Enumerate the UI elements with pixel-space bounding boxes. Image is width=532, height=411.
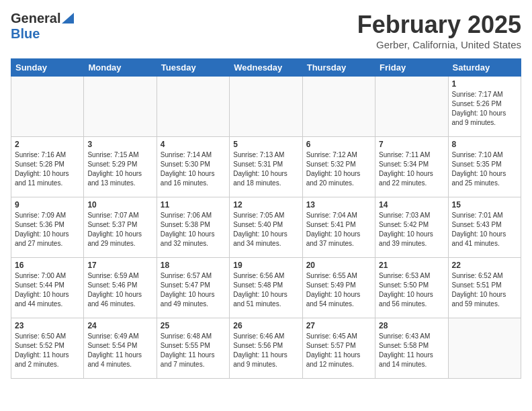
month-title: February 2025 bbox=[357, 11, 521, 39]
day-number: 27 bbox=[306, 321, 371, 330]
calendar-cell: 21Sunrise: 6:53 AM Sunset: 5:50 PM Dayli… bbox=[375, 258, 448, 318]
calendar-cell: 22Sunrise: 6:52 AM Sunset: 5:51 PM Dayli… bbox=[448, 258, 521, 318]
day-number: 12 bbox=[233, 200, 298, 210]
calendar-cell: 1Sunrise: 7:17 AM Sunset: 5:26 PM Daylig… bbox=[448, 77, 521, 137]
calendar-cell: 11Sunrise: 7:06 AM Sunset: 5:38 PM Dayli… bbox=[157, 197, 229, 258]
day-number: 21 bbox=[379, 261, 444, 270]
week-row-2: 2Sunrise: 7:16 AM Sunset: 5:28 PM Daylig… bbox=[11, 137, 521, 197]
calendar-cell: 27Sunrise: 6:45 AM Sunset: 5:57 PM Dayli… bbox=[302, 318, 375, 379]
day-number: 22 bbox=[452, 261, 517, 270]
calendar-header-row: SundayMondayTuesdayWednesdayThursdayFrid… bbox=[11, 59, 521, 77]
day-info: Sunrise: 6:53 AM Sunset: 5:50 PM Dayligh… bbox=[379, 271, 444, 309]
day-number: 6 bbox=[306, 140, 371, 149]
week-row-3: 9Sunrise: 7:09 AM Sunset: 5:36 PM Daylig… bbox=[11, 197, 521, 258]
logo-blue: Blue bbox=[11, 26, 40, 42]
day-header-wednesday: Wednesday bbox=[230, 59, 302, 77]
title-block: February 2025 Gerber, California, United… bbox=[357, 11, 521, 50]
day-number: 4 bbox=[161, 140, 226, 149]
calendar-cell: 6Sunrise: 7:12 AM Sunset: 5:32 PM Daylig… bbox=[302, 137, 375, 197]
day-info: Sunrise: 6:43 AM Sunset: 5:58 PM Dayligh… bbox=[379, 332, 444, 369]
day-number: 23 bbox=[15, 321, 80, 330]
day-number: 10 bbox=[87, 200, 152, 210]
day-number: 7 bbox=[379, 140, 444, 149]
calendar-cell: 23Sunrise: 6:50 AM Sunset: 5:52 PM Dayli… bbox=[11, 318, 84, 379]
day-info: Sunrise: 6:45 AM Sunset: 5:57 PM Dayligh… bbox=[306, 332, 371, 369]
day-number: 24 bbox=[87, 321, 152, 330]
day-number: 13 bbox=[306, 200, 371, 210]
day-header-sunday: Sunday bbox=[11, 59, 84, 77]
day-info: Sunrise: 7:05 AM Sunset: 5:40 PM Dayligh… bbox=[233, 211, 298, 248]
day-number: 28 bbox=[379, 321, 444, 330]
day-info: Sunrise: 7:06 AM Sunset: 5:38 PM Dayligh… bbox=[161, 211, 226, 248]
calendar-cell: 10Sunrise: 7:07 AM Sunset: 5:37 PM Dayli… bbox=[84, 197, 157, 258]
day-info: Sunrise: 7:17 AM Sunset: 5:26 PM Dayligh… bbox=[452, 90, 517, 128]
day-info: Sunrise: 6:56 AM Sunset: 5:48 PM Dayligh… bbox=[233, 271, 298, 309]
day-info: Sunrise: 7:01 AM Sunset: 5:43 PM Dayligh… bbox=[452, 211, 517, 248]
calendar-cell bbox=[448, 318, 521, 379]
calendar-cell: 25Sunrise: 6:48 AM Sunset: 5:55 PM Dayli… bbox=[157, 318, 229, 379]
logo-general: General bbox=[11, 11, 60, 26]
week-row-4: 16Sunrise: 7:00 AM Sunset: 5:44 PM Dayli… bbox=[11, 258, 521, 318]
day-number: 18 bbox=[161, 261, 226, 270]
day-info: Sunrise: 7:11 AM Sunset: 5:34 PM Dayligh… bbox=[379, 150, 444, 188]
calendar-cell: 20Sunrise: 6:55 AM Sunset: 5:49 PM Dayli… bbox=[302, 258, 375, 318]
day-number: 3 bbox=[87, 140, 152, 149]
day-info: Sunrise: 7:16 AM Sunset: 5:28 PM Dayligh… bbox=[15, 150, 80, 188]
calendar-cell: 24Sunrise: 6:49 AM Sunset: 5:54 PM Dayli… bbox=[84, 318, 157, 379]
svg-marker-0 bbox=[62, 13, 74, 24]
calendar-cell bbox=[302, 77, 375, 137]
day-info: Sunrise: 6:48 AM Sunset: 5:55 PM Dayligh… bbox=[161, 332, 226, 369]
day-info: Sunrise: 6:55 AM Sunset: 5:49 PM Dayligh… bbox=[306, 271, 371, 309]
day-number: 8 bbox=[452, 140, 517, 149]
calendar-cell bbox=[375, 77, 448, 137]
calendar-cell: 19Sunrise: 6:56 AM Sunset: 5:48 PM Dayli… bbox=[230, 258, 302, 318]
calendar-cell: 18Sunrise: 6:57 AM Sunset: 5:47 PM Dayli… bbox=[157, 258, 229, 318]
day-number: 26 bbox=[233, 321, 298, 330]
calendar-cell bbox=[157, 77, 229, 137]
day-info: Sunrise: 7:04 AM Sunset: 5:41 PM Dayligh… bbox=[306, 211, 371, 248]
calendar-cell: 9Sunrise: 7:09 AM Sunset: 5:36 PM Daylig… bbox=[11, 197, 84, 258]
location-title: Gerber, California, United States bbox=[357, 39, 521, 50]
day-header-saturday: Saturday bbox=[448, 59, 521, 77]
day-info: Sunrise: 7:00 AM Sunset: 5:44 PM Dayligh… bbox=[15, 271, 80, 309]
day-number: 19 bbox=[233, 261, 298, 270]
calendar-cell: 13Sunrise: 7:04 AM Sunset: 5:41 PM Dayli… bbox=[302, 197, 375, 258]
day-header-tuesday: Tuesday bbox=[157, 59, 229, 77]
day-number: 2 bbox=[15, 140, 80, 149]
day-number: 16 bbox=[15, 261, 80, 270]
calendar-cell: 16Sunrise: 7:00 AM Sunset: 5:44 PM Dayli… bbox=[11, 258, 84, 318]
day-info: Sunrise: 6:59 AM Sunset: 5:46 PM Dayligh… bbox=[87, 271, 152, 309]
day-info: Sunrise: 7:10 AM Sunset: 5:35 PM Dayligh… bbox=[452, 150, 517, 188]
day-number: 25 bbox=[161, 321, 226, 330]
calendar-cell: 5Sunrise: 7:13 AM Sunset: 5:31 PM Daylig… bbox=[230, 137, 302, 197]
calendar-table: SundayMondayTuesdayWednesdayThursdayFrid… bbox=[11, 58, 521, 379]
calendar-cell: 15Sunrise: 7:01 AM Sunset: 5:43 PM Dayli… bbox=[448, 197, 521, 258]
calendar-cell: 8Sunrise: 7:10 AM Sunset: 5:35 PM Daylig… bbox=[448, 137, 521, 197]
calendar-cell: 7Sunrise: 7:11 AM Sunset: 5:34 PM Daylig… bbox=[375, 137, 448, 197]
calendar-cell: 28Sunrise: 6:43 AM Sunset: 5:58 PM Dayli… bbox=[375, 318, 448, 379]
week-row-1: 1Sunrise: 7:17 AM Sunset: 5:26 PM Daylig… bbox=[11, 77, 521, 137]
calendar-cell bbox=[84, 77, 157, 137]
day-number: 5 bbox=[233, 140, 298, 149]
day-number: 15 bbox=[452, 200, 517, 210]
day-number: 1 bbox=[452, 79, 517, 89]
day-info: Sunrise: 7:12 AM Sunset: 5:32 PM Dayligh… bbox=[306, 150, 371, 188]
calendar-cell: 4Sunrise: 7:14 AM Sunset: 5:30 PM Daylig… bbox=[157, 137, 229, 197]
day-info: Sunrise: 7:14 AM Sunset: 5:30 PM Dayligh… bbox=[161, 150, 226, 188]
day-info: Sunrise: 6:46 AM Sunset: 5:56 PM Dayligh… bbox=[233, 332, 298, 369]
calendar-cell bbox=[11, 77, 84, 137]
day-header-monday: Monday bbox=[84, 59, 157, 77]
day-info: Sunrise: 7:07 AM Sunset: 5:37 PM Dayligh… bbox=[87, 211, 152, 248]
calendar-cell: 14Sunrise: 7:03 AM Sunset: 5:42 PM Dayli… bbox=[375, 197, 448, 258]
day-info: Sunrise: 6:49 AM Sunset: 5:54 PM Dayligh… bbox=[87, 332, 152, 369]
day-number: 11 bbox=[161, 200, 226, 210]
calendar-cell bbox=[230, 77, 302, 137]
week-row-5: 23Sunrise: 6:50 AM Sunset: 5:52 PM Dayli… bbox=[11, 318, 521, 379]
day-info: Sunrise: 7:03 AM Sunset: 5:42 PM Dayligh… bbox=[379, 211, 444, 248]
calendar-cell: 3Sunrise: 7:15 AM Sunset: 5:29 PM Daylig… bbox=[84, 137, 157, 197]
day-number: 9 bbox=[15, 200, 80, 210]
calendar-cell: 12Sunrise: 7:05 AM Sunset: 5:40 PM Dayli… bbox=[230, 197, 302, 258]
day-header-thursday: Thursday bbox=[302, 59, 375, 77]
day-header-friday: Friday bbox=[375, 59, 448, 77]
day-info: Sunrise: 7:15 AM Sunset: 5:29 PM Dayligh… bbox=[87, 150, 152, 188]
